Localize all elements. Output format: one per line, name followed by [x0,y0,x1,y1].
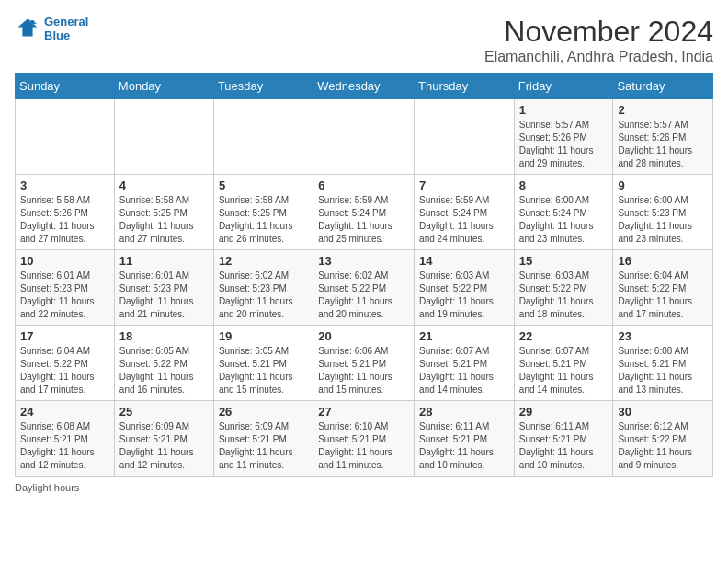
day-info: Sunrise: 6:05 AM Sunset: 5:21 PM Dayligh… [219,345,308,396]
day-number: 13 [318,254,409,268]
weekday-header-saturday: Saturday [613,74,713,99]
day-number: 17 [20,329,109,343]
day-number: 18 [119,329,209,343]
day-info: Sunrise: 6:06 AM Sunset: 5:21 PM Dayligh… [318,345,409,396]
calendar-cell: 21Sunrise: 6:07 AM Sunset: 5:21 PM Dayli… [415,326,515,401]
calendar-cell: 5Sunrise: 5:58 AM Sunset: 5:25 PM Daylig… [213,175,313,250]
day-info: Sunrise: 6:05 AM Sunset: 5:22 PM Dayligh… [119,345,209,396]
weekday-header-wednesday: Wednesday [313,74,415,99]
day-info: Sunrise: 6:11 AM Sunset: 5:21 PM Dayligh… [519,420,609,472]
day-number: 21 [419,329,509,343]
day-info: Sunrise: 5:57 AM Sunset: 5:26 PM Dayligh… [519,119,609,170]
day-info: Sunrise: 6:04 AM Sunset: 5:22 PM Dayligh… [20,345,109,396]
calendar-cell: 24Sunrise: 6:08 AM Sunset: 5:21 PM Dayli… [16,401,115,477]
day-number: 28 [419,405,509,419]
day-number: 29 [519,405,609,419]
day-info: Sunrise: 6:09 AM Sunset: 5:21 PM Dayligh… [119,420,209,472]
calendar-cell: 1Sunrise: 5:57 AM Sunset: 5:26 PM Daylig… [514,99,613,175]
calendar-cell: 7Sunrise: 5:59 AM Sunset: 5:24 PM Daylig… [415,175,515,250]
day-number: 10 [20,254,109,268]
calendar-cell: 16Sunrise: 6:04 AM Sunset: 5:22 PM Dayli… [613,250,713,326]
calendar-cell: 20Sunrise: 6:06 AM Sunset: 5:21 PM Dayli… [313,326,415,401]
day-number: 3 [20,178,109,192]
calendar-cell: 10Sunrise: 6:01 AM Sunset: 5:23 PM Dayli… [16,250,115,326]
day-info: Sunrise: 6:02 AM Sunset: 5:23 PM Dayligh… [219,270,308,321]
weekday-header-tuesday: Tuesday [213,74,313,99]
day-number: 26 [219,405,308,419]
day-info: Sunrise: 6:03 AM Sunset: 5:22 PM Dayligh… [519,270,609,321]
day-number: 22 [519,329,609,343]
calendar-cell: 25Sunrise: 6:09 AM Sunset: 5:21 PM Dayli… [114,401,213,477]
day-number: 6 [318,178,409,192]
calendar-cell [213,99,313,175]
day-number: 5 [219,178,308,192]
calendar-cell [415,99,515,175]
calendar-cell: 12Sunrise: 6:02 AM Sunset: 5:23 PM Dayli… [213,250,313,326]
calendar-cell: 29Sunrise: 6:11 AM Sunset: 5:21 PM Dayli… [514,401,613,477]
calendar-cell: 11Sunrise: 6:01 AM Sunset: 5:23 PM Dayli… [114,250,213,326]
footer-note: Daylight hours [15,482,713,493]
day-info: Sunrise: 5:58 AM Sunset: 5:25 PM Dayligh… [119,194,209,246]
day-info: Sunrise: 6:10 AM Sunset: 5:21 PM Dayligh… [318,420,409,472]
calendar-cell: 14Sunrise: 6:03 AM Sunset: 5:22 PM Dayli… [415,250,515,326]
day-number: 1 [519,103,609,117]
day-info: Sunrise: 6:07 AM Sunset: 5:21 PM Dayligh… [519,345,609,396]
calendar-cell: 19Sunrise: 6:05 AM Sunset: 5:21 PM Dayli… [213,326,313,401]
day-info: Sunrise: 6:01 AM Sunset: 5:23 PM Dayligh… [119,270,209,321]
calendar-cell: 26Sunrise: 6:09 AM Sunset: 5:21 PM Dayli… [213,401,313,477]
calendar-cell: 30Sunrise: 6:12 AM Sunset: 5:22 PM Dayli… [613,401,713,477]
header: General Blue November 2024 Elamanchili, … [15,15,713,65]
calendar-cell: 4Sunrise: 5:58 AM Sunset: 5:25 PM Daylig… [114,175,213,250]
day-info: Sunrise: 6:12 AM Sunset: 5:22 PM Dayligh… [618,420,708,472]
day-info: Sunrise: 6:04 AM Sunset: 5:22 PM Dayligh… [618,270,708,321]
weekday-header-sunday: Sunday [16,74,115,99]
day-info: Sunrise: 5:59 AM Sunset: 5:24 PM Dayligh… [419,194,509,246]
calendar-cell: 15Sunrise: 6:03 AM Sunset: 5:22 PM Dayli… [514,250,613,326]
day-info: Sunrise: 6:00 AM Sunset: 5:23 PM Dayligh… [618,194,708,246]
day-number: 8 [519,178,609,192]
calendar-cell [313,99,415,175]
day-number: 27 [318,405,409,419]
day-number: 25 [119,405,209,419]
location-title: Elamanchili, Andhra Pradesh, India [484,49,713,65]
weekday-header-monday: Monday [114,74,213,99]
day-number: 19 [219,329,308,343]
calendar-cell: 9Sunrise: 6:00 AM Sunset: 5:23 PM Daylig… [613,175,713,250]
calendar-cell: 3Sunrise: 5:58 AM Sunset: 5:26 PM Daylig… [16,175,115,250]
calendar-cell: 23Sunrise: 6:08 AM Sunset: 5:21 PM Dayli… [613,326,713,401]
calendar-cell: 13Sunrise: 6:02 AM Sunset: 5:22 PM Dayli… [313,250,415,326]
calendar-cell: 8Sunrise: 6:00 AM Sunset: 5:24 PM Daylig… [514,175,613,250]
day-number: 14 [419,254,509,268]
day-info: Sunrise: 6:07 AM Sunset: 5:21 PM Dayligh… [419,345,509,396]
day-info: Sunrise: 5:57 AM Sunset: 5:26 PM Dayligh… [618,119,708,170]
day-number: 7 [419,178,509,192]
day-info: Sunrise: 5:58 AM Sunset: 5:26 PM Dayligh… [20,194,109,246]
logo-text: General Blue [44,15,88,42]
calendar-cell: 18Sunrise: 6:05 AM Sunset: 5:22 PM Dayli… [114,326,213,401]
day-number: 9 [618,178,708,192]
day-info: Sunrise: 6:11 AM Sunset: 5:21 PM Dayligh… [419,420,509,472]
day-number: 20 [318,329,409,343]
calendar-cell: 28Sunrise: 6:11 AM Sunset: 5:21 PM Dayli… [415,401,515,477]
calendar-table: SundayMondayTuesdayWednesdayThursdayFrid… [15,73,713,477]
month-title: November 2024 [484,15,713,49]
day-info: Sunrise: 6:00 AM Sunset: 5:24 PM Dayligh… [519,194,609,246]
logo-icon [15,16,40,41]
calendar-cell: 27Sunrise: 6:10 AM Sunset: 5:21 PM Dayli… [313,401,415,477]
day-number: 24 [20,405,109,419]
day-number: 23 [618,329,708,343]
day-info: Sunrise: 6:02 AM Sunset: 5:22 PM Dayligh… [318,270,409,321]
calendar-cell: 2Sunrise: 5:57 AM Sunset: 5:26 PM Daylig… [613,99,713,175]
day-number: 16 [618,254,708,268]
calendar-cell: 6Sunrise: 5:59 AM Sunset: 5:24 PM Daylig… [313,175,415,250]
logo: General Blue [15,15,88,42]
svg-point-2 [31,20,35,24]
weekday-header-friday: Friday [514,74,613,99]
calendar-cell [16,99,115,175]
day-number: 15 [519,254,609,268]
weekday-header-thursday: Thursday [415,74,515,99]
title-area: November 2024 Elamanchili, Andhra Prades… [484,15,713,65]
day-info: Sunrise: 6:03 AM Sunset: 5:22 PM Dayligh… [419,270,509,321]
calendar-cell: 22Sunrise: 6:07 AM Sunset: 5:21 PM Dayli… [514,326,613,401]
day-number: 30 [618,405,708,419]
